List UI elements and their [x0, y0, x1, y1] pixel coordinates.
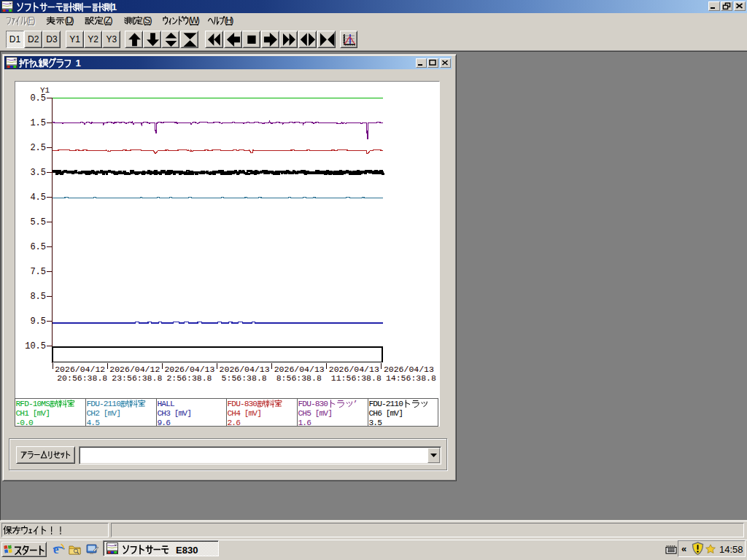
svg-text:e: e — [53, 542, 59, 556]
svg-text:2: 2 — [95, 409, 100, 418]
svg-text:5.5: 5.5 — [30, 217, 46, 228]
svg-text:0: 0 — [28, 419, 34, 427]
svg-text:3: 3 — [166, 409, 171, 418]
svg-text:5: 5 — [306, 409, 311, 418]
svg-text:9.5: 9.5 — [30, 316, 46, 327]
svg-text:1: 1 — [111, 1, 117, 12]
svg-text:6: 6 — [377, 409, 382, 418]
svg-text:3.5: 3.5 — [30, 168, 46, 178]
svg-text:20:56:38.8: 20:56:38.8 — [57, 373, 107, 383]
svg-text:6: 6 — [306, 419, 311, 427]
svg-text:5:56:38.8: 5:56:38.8 — [222, 373, 267, 383]
svg-text:6: 6 — [236, 419, 241, 427]
svg-text:S: S — [45, 400, 50, 408]
svg-text:8.5: 8.5 — [30, 292, 46, 302]
svg-text:]: ] — [45, 409, 50, 418]
svg-text:23:56:38.8: 23:56:38.8 — [112, 373, 162, 383]
svg-text:6: 6 — [166, 419, 171, 427]
svg-text:5: 5 — [377, 419, 382, 427]
svg-text:]: ] — [116, 409, 121, 418]
svg-text:1: 1 — [24, 409, 29, 418]
svg-text:14:56:38.8: 14:56:38.8 — [386, 373, 436, 383]
svg-text:8:56:38.8: 8:56:38.8 — [276, 373, 322, 383]
svg-text:0.5: 0.5 — [30, 93, 46, 104]
svg-text:L: L — [170, 400, 175, 408]
svg-text:2:56:38.8: 2:56:38.8 — [166, 373, 212, 383]
svg-text:0: 0 — [253, 400, 258, 408]
svg-text:]: ] — [187, 409, 192, 418]
svg-text:5: 5 — [95, 419, 100, 427]
svg-text:1: 1 — [75, 58, 81, 69]
svg-text:4.5: 4.5 — [30, 192, 46, 203]
svg-text:6.5: 6.5 — [30, 242, 46, 252]
svg-text:11:56:38.8: 11:56:38.8 — [331, 373, 382, 383]
svg-text:0: 0 — [398, 400, 403, 408]
svg-text:): ) — [231, 15, 233, 26]
svg-text:): ) — [149, 15, 152, 26]
svg-text:): ) — [109, 15, 112, 26]
svg-text:’: ’ — [353, 400, 358, 408]
svg-text:0: 0 — [324, 400, 329, 408]
svg-text:7.5: 7.5 — [30, 267, 46, 277]
svg-text:2.5: 2.5 — [30, 143, 46, 153]
svg-text:): ) — [197, 15, 200, 26]
svg-text:Y1: Y1 — [40, 86, 50, 95]
svg-text:10.5: 10.5 — [25, 341, 46, 351]
svg-text:): ) — [32, 15, 35, 26]
svg-text:]: ] — [398, 409, 403, 418]
svg-text:0: 0 — [116, 400, 121, 408]
svg-text:]: ] — [258, 409, 263, 418]
svg-text:): ) — [71, 15, 74, 26]
svg-text:4: 4 — [236, 409, 241, 418]
svg-text:]: ] — [328, 409, 333, 418]
svg-text:1.5: 1.5 — [30, 118, 46, 128]
